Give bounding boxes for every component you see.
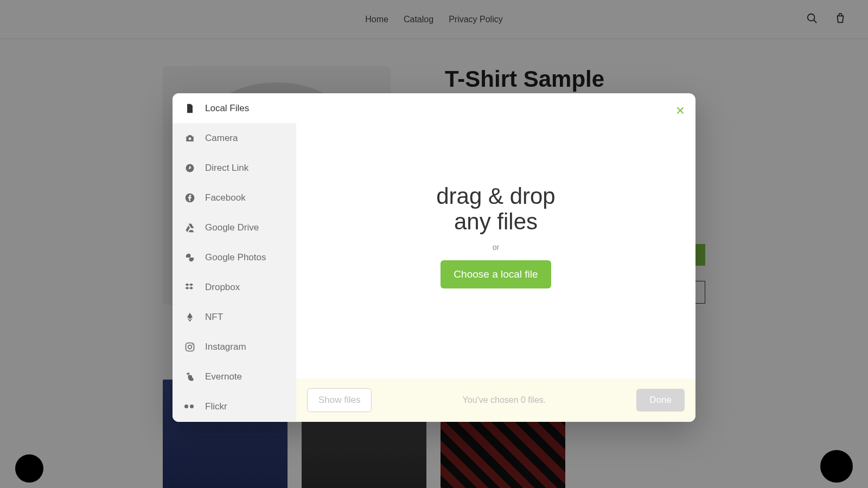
file-icon — [184, 103, 195, 114]
camera-icon — [184, 133, 195, 144]
drop-title: drag & drop any files — [436, 183, 555, 234]
source-label: Local Files — [205, 103, 249, 114]
source-google-drive[interactable]: Google Drive — [173, 213, 296, 242]
source-facebook[interactable]: Facebook — [173, 183, 296, 213]
done-button[interactable]: Done — [636, 389, 685, 412]
show-files-button[interactable]: Show files — [307, 388, 372, 412]
source-direct-link[interactable]: Direct Link — [173, 153, 296, 183]
source-dropbox[interactable]: Dropbox — [173, 272, 296, 302]
instagram-icon — [184, 342, 195, 352]
source-nft[interactable]: NFT — [173, 302, 296, 332]
source-evernote[interactable]: Evernote — [173, 362, 296, 391]
source-label: NFT — [205, 312, 223, 323]
file-upload-modal: × Local Files Camera Direct Link Faceboo… — [173, 93, 695, 422]
source-label: Instagram — [205, 342, 246, 352]
google-drive-icon — [184, 222, 195, 233]
flickr-icon — [184, 401, 195, 412]
source-local-files[interactable]: Local Files — [173, 93, 296, 123]
source-label: Google Photos — [205, 252, 266, 263]
modal-footer: Show files You've chosen 0 files. Done — [296, 378, 695, 422]
dropbox-icon — [184, 282, 195, 293]
svg-point-2 — [189, 137, 192, 140]
drop-zone[interactable]: drag & drop any files or Choose a local … — [296, 93, 695, 378]
source-label: Direct Link — [205, 163, 248, 174]
source-label: Dropbox — [205, 282, 240, 293]
source-label: Google Drive — [205, 222, 259, 233]
compass-icon — [184, 163, 195, 174]
source-instagram[interactable]: Instagram — [173, 332, 296, 362]
source-label: Facebook — [205, 192, 246, 203]
drop-or-text: or — [493, 243, 499, 252]
source-label: Flickr — [205, 401, 227, 412]
file-count-status: You've chosen 0 files. — [463, 395, 546, 405]
evernote-icon — [184, 371, 195, 382]
source-camera[interactable]: Camera — [173, 123, 296, 153]
upload-source-sidebar: Local Files Camera Direct Link Facebook … — [173, 93, 296, 422]
source-google-photos[interactable]: Google Photos — [173, 242, 296, 272]
close-icon[interactable]: × — [676, 103, 685, 118]
source-label: Evernote — [205, 371, 242, 382]
choose-file-button[interactable]: Choose a local file — [441, 260, 551, 288]
ethereum-icon — [184, 312, 195, 323]
source-label: Camera — [205, 133, 238, 144]
facebook-icon — [184, 192, 195, 203]
google-photos-icon — [184, 252, 195, 263]
svg-point-6 — [188, 345, 192, 349]
source-flickr[interactable]: Flickr — [173, 391, 296, 421]
svg-point-7 — [192, 344, 193, 345]
